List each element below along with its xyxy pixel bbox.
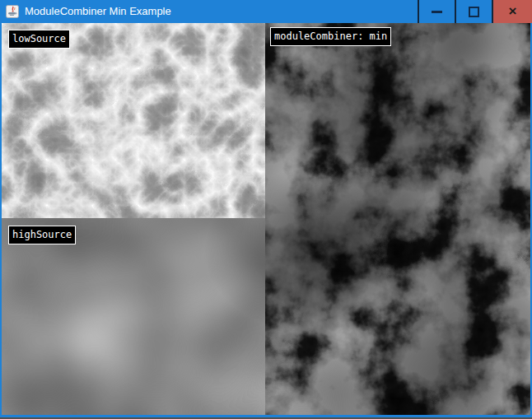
app-window: ModuleCombiner Min Example × [0, 0, 532, 419]
titlebar[interactable]: ModuleCombiner Min Example × [0, 0, 532, 23]
low-source-label: lowSource [8, 30, 70, 49]
close-icon: × [509, 4, 517, 18]
java-coffee-cup-icon [6, 5, 19, 18]
maximize-button[interactable] [455, 0, 492, 23]
low-source-texture [2, 23, 265, 218]
noise-viewport: lowSource moduleCombiner: min highSource [2, 23, 530, 415]
caption-buttons: × [418, 0, 532, 23]
module-combiner-label: moduleCombiner: min [270, 27, 391, 46]
minimize-icon [432, 11, 442, 13]
high-source-label: highSource [8, 226, 76, 244]
noise-canvas [2, 23, 530, 415]
window-title: ModuleCombiner Min Example [25, 0, 171, 23]
close-button[interactable]: × [492, 0, 532, 23]
minimize-button[interactable] [418, 0, 455, 23]
maximize-icon [469, 7, 479, 17]
